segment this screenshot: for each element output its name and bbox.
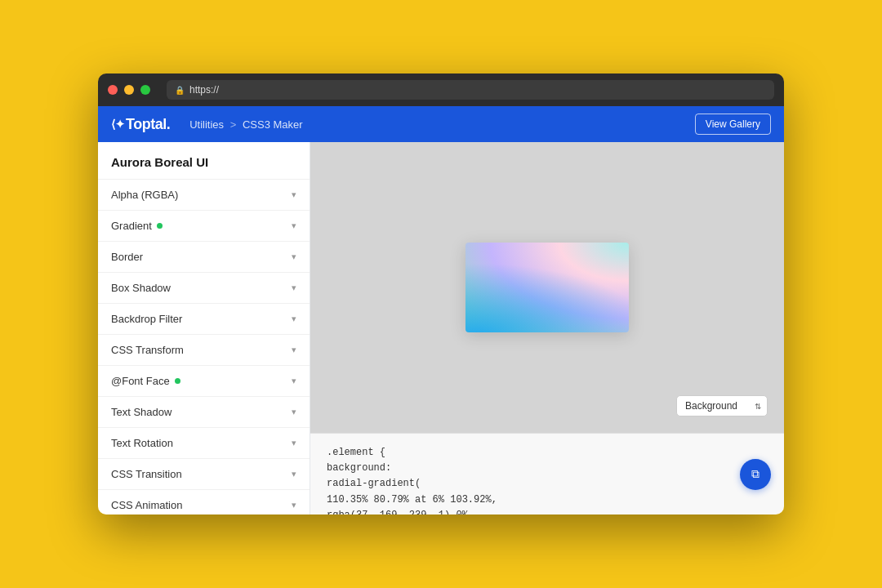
background-select-container: Background White Black Checkerboard ⇅	[676, 395, 768, 416]
sidebar-item-transition-left: CSS Transition	[111, 468, 182, 480]
chevron-down-icon-2: ▾	[292, 220, 296, 231]
breadcrumb-separator: >	[230, 118, 237, 131]
chevron-down-icon-3: ▾	[292, 252, 296, 262]
sidebar-item-border-left: Border	[111, 251, 143, 263]
sidebar-item-alpha-left: Alpha (RGBA)	[111, 189, 178, 201]
breadcrumb: Utilities > CSS3 Maker	[189, 118, 695, 131]
sidebar-item-rotation-label: Text Rotation	[111, 437, 173, 449]
code-line5: rgba(37, 169, 239, 1) 0%,	[327, 510, 474, 514]
sidebar-item-css-transition[interactable]: CSS Transition ▾	[98, 459, 310, 490]
code-area: .element { background: radial-gradient( …	[310, 433, 784, 514]
sidebar-item-backdrop-filter[interactable]: Backdrop Filter ▾	[98, 304, 310, 335]
nav-bar: ⟨✦ Toptal. Utilities > CSS3 Maker View G…	[98, 106, 784, 142]
background-select[interactable]: Background White Black Checkerboard	[676, 395, 768, 416]
chevron-down-icon-7: ▾	[292, 376, 296, 386]
sidebar-item-transition-label: CSS Transition	[111, 468, 182, 480]
sidebar-item-textshadow-label: Text Shadow	[111, 406, 172, 418]
sidebar-item-font-left: @Font Face	[111, 375, 180, 387]
toptal-logo: ⟨✦ Toptal.	[111, 116, 170, 133]
code-line2: background:	[327, 462, 391, 474]
chevron-down-icon-6: ▾	[292, 345, 296, 355]
font-active-dot	[175, 378, 180, 384]
sidebar-item-backdrop-left: Backdrop Filter	[111, 313, 182, 325]
chevron-down-icon-10: ▾	[292, 469, 296, 479]
sidebar-item-alpha-label: Alpha (RGBA)	[111, 189, 178, 201]
sidebar-item-gradient-left: Gradient	[111, 220, 163, 232]
background-select-wrapper: Background White Black Checkerboard ⇅	[676, 395, 768, 416]
browser-window: 🔒 https:// ⟨✦ Toptal. Utilities > CSS3 M…	[98, 74, 784, 514]
lock-icon: 🔒	[175, 86, 185, 95]
chevron-down-icon-5: ▾	[292, 314, 296, 324]
sidebar-item-gradient[interactable]: Gradient ▾	[98, 211, 310, 242]
sidebar-item-animation-label: CSS Animation	[111, 499, 182, 511]
chevron-down-icon-4: ▾	[292, 283, 296, 293]
sidebar-item-box-shadow-label: Box Shadow	[111, 282, 171, 294]
main-content: Aurora Boreal UI Alpha (RGBA) ▾ Gradient…	[98, 142, 784, 514]
title-bar: 🔒 https://	[98, 74, 784, 106]
sidebar-item-gradient-label: Gradient	[111, 220, 152, 232]
sidebar-item-border-label: Border	[111, 251, 143, 263]
sidebar-item-textshadow-left: Text Shadow	[111, 406, 172, 418]
sidebar: Aurora Boreal UI Alpha (RGBA) ▾ Gradient…	[98, 142, 310, 514]
logo-text: Toptal.	[126, 116, 170, 133]
code-line4: 110.35% 80.79% at 6% 103.92%,	[327, 494, 497, 506]
preview-area: Background White Black Checkerboard ⇅	[310, 142, 784, 433]
chevron-down-icon-11: ▾	[292, 500, 296, 510]
view-gallery-button[interactable]: View Gallery	[695, 114, 771, 135]
breadcrumb-part2: CSS3 Maker	[243, 118, 303, 131]
sidebar-item-backdrop-label: Backdrop Filter	[111, 313, 182, 325]
sidebar-item-text-shadow[interactable]: Text Shadow ▾	[98, 397, 310, 428]
close-button[interactable]	[108, 85, 118, 95]
code-line1: .element {	[327, 447, 385, 458]
sidebar-item-font-label: @Font Face	[111, 375, 170, 387]
sidebar-title: Aurora Boreal UI	[98, 142, 310, 180]
chevron-down-icon-8: ▾	[292, 407, 296, 417]
right-panel: Background White Black Checkerboard ⇅ .e…	[310, 142, 784, 514]
sidebar-item-font-face[interactable]: @Font Face ▾	[98, 366, 310, 397]
sidebar-item-box-shadow[interactable]: Box Shadow ▾	[98, 273, 310, 304]
maximize-button[interactable]	[140, 85, 150, 95]
code-line3: radial-gradient(	[327, 478, 421, 489]
breadcrumb-part1: Utilities	[189, 118, 224, 131]
sidebar-item-transform-left: CSS Transform	[111, 344, 184, 356]
sidebar-item-css-animation[interactable]: CSS Animation ▾	[98, 490, 310, 514]
code-block: .element { background: radial-gradient( …	[327, 445, 768, 514]
gradient-active-dot	[157, 223, 163, 229]
sidebar-item-border[interactable]: Border ▾	[98, 242, 310, 273]
gradient-preview-box	[466, 243, 629, 332]
url-text: https://	[189, 84, 219, 96]
copy-code-button[interactable]: ⧉	[740, 459, 771, 490]
address-bar[interactable]: 🔒 https://	[167, 80, 774, 100]
sidebar-item-animation-left: CSS Animation	[111, 499, 182, 511]
sidebar-item-rotation-left: Text Rotation	[111, 437, 173, 449]
logo-icon: ⟨✦	[111, 118, 124, 131]
minimize-button[interactable]	[124, 85, 134, 95]
sidebar-item-text-rotation[interactable]: Text Rotation ▾	[98, 428, 310, 459]
sidebar-item-box-shadow-left: Box Shadow	[111, 282, 171, 294]
sidebar-item-css-transform[interactable]: CSS Transform ▾	[98, 335, 310, 366]
chevron-down-icon-9: ▾	[292, 438, 296, 448]
chevron-down-icon: ▾	[292, 189, 296, 200]
sidebar-item-alpha[interactable]: Alpha (RGBA) ▾	[98, 180, 310, 211]
sidebar-item-transform-label: CSS Transform	[111, 344, 184, 356]
